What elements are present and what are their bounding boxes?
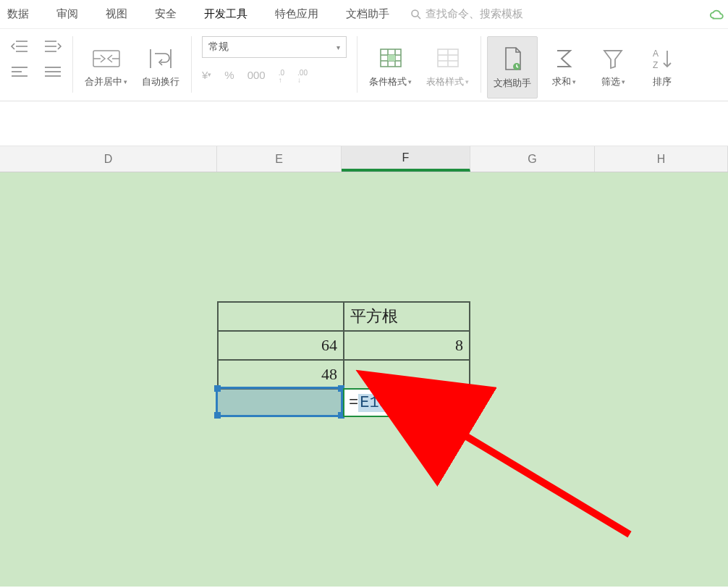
- filter-button[interactable]: 筛选▾: [590, 36, 636, 98]
- cell-e19[interactable]: 48: [218, 360, 344, 389]
- cell-f19-placeholder[interactable]: [344, 360, 470, 389]
- sigma-icon: [551, 46, 576, 71]
- ribbon-separator: [357, 36, 357, 93]
- align-left-icon[interactable]: [10, 65, 29, 78]
- formula-bar-area: [0, 101, 728, 146]
- svg-point-0: [412, 10, 418, 17]
- table-row: 平方根: [218, 302, 470, 331]
- formula-tail: ^0.5: [390, 394, 428, 412]
- sort-button[interactable]: AZ 排序: [639, 36, 685, 98]
- chevron-down-icon: ▾: [622, 78, 625, 85]
- ribbon-separator: [191, 36, 192, 93]
- chevron-down-icon: ▾: [124, 78, 127, 85]
- autosum-button[interactable]: 求和▾: [541, 36, 587, 98]
- chevron-down-icon: ▾: [408, 78, 412, 85]
- svg-marker-28: [604, 51, 622, 68]
- indent-group: [6, 36, 67, 101]
- tab-view[interactable]: 视图: [106, 7, 127, 21]
- svg-line-33: [449, 426, 630, 534]
- chevron-down-icon: ▾: [572, 78, 576, 85]
- table-style-icon: [433, 46, 462, 71]
- percent-format-icon[interactable]: %: [224, 69, 234, 81]
- svg-text:Z: Z: [653, 60, 658, 70]
- wrap-text-label: 自动换行: [142, 75, 179, 88]
- column-header-row: D E F G H: [0, 146, 728, 172]
- column-header-f[interactable]: F: [342, 146, 470, 172]
- number-format-select[interactable]: 常规 ▾: [202, 36, 347, 58]
- ribbon-separator: [481, 36, 481, 93]
- selection-handle[interactable]: [214, 412, 221, 419]
- chevron-down-icon: ▾: [337, 43, 340, 51]
- decrease-indent-icon[interactable]: [10, 39, 29, 54]
- column-header-h[interactable]: H: [595, 146, 728, 172]
- command-search[interactable]: 查找命令、搜索模板: [410, 7, 523, 21]
- increase-decimal-icon[interactable]: .0↑: [279, 65, 284, 84]
- table-row: 64 8: [218, 331, 470, 360]
- align-justify-icon[interactable]: [43, 65, 62, 78]
- doc-assistant-icon: [500, 45, 525, 72]
- doc-assistant-button[interactable]: 文档助手: [487, 36, 538, 98]
- cell-e18[interactable]: 64: [218, 331, 344, 360]
- increase-indent-icon[interactable]: [43, 39, 62, 54]
- tab-data[interactable]: 数据: [7, 7, 29, 21]
- search-placeholder: 查找命令、搜索模板: [426, 7, 523, 21]
- decrease-decimal-icon[interactable]: .00↓: [297, 65, 308, 84]
- search-icon: [410, 8, 423, 21]
- active-cell-editor[interactable]: =E19^0.5: [343, 388, 470, 417]
- ribbon-separator: [72, 36, 73, 93]
- number-format-value: 常规: [208, 41, 229, 54]
- sync-cloud-icon[interactable]: [709, 7, 725, 25]
- menu-tab-bar: 数据 审阅 视图 安全 开发工具 特色应用 文档助手 查找命令、搜索模板: [0, 0, 728, 29]
- tab-special[interactable]: 特色应用: [275, 7, 318, 21]
- column-header-d[interactable]: D: [0, 146, 217, 172]
- merge-center-button[interactable]: 合并居中▾: [79, 36, 133, 98]
- table-row: 48: [218, 360, 470, 389]
- cell-e17[interactable]: [218, 302, 344, 331]
- tab-doc-assistant[interactable]: 文档助手: [346, 7, 389, 21]
- spreadsheet-grid[interactable]: 平方根 64 8 48 =E19^0.5: [0, 172, 728, 587]
- column-header-e[interactable]: E: [217, 146, 342, 172]
- number-format-group: 常规 ▾ ¥▾ % 000 .0↑ .00↓: [198, 36, 351, 101]
- chevron-down-icon: ▾: [465, 78, 469, 85]
- table-style-label: 表格样式: [426, 75, 464, 88]
- fill-handle[interactable]: [466, 413, 473, 419]
- doc-assistant-label: 文档助手: [494, 77, 531, 90]
- filter-label: 筛选: [601, 75, 620, 88]
- wrap-text-button[interactable]: 自动换行: [136, 36, 185, 98]
- cell-f17[interactable]: 平方根: [344, 302, 470, 331]
- autosum-label: 求和: [552, 75, 571, 88]
- tab-developer[interactable]: 开发工具: [204, 7, 247, 21]
- conditional-format-label: 条件格式: [369, 75, 407, 88]
- comma-format-icon[interactable]: 000: [247, 69, 266, 81]
- column-header-g[interactable]: G: [470, 146, 595, 172]
- tab-safe[interactable]: 安全: [155, 7, 177, 21]
- formula-equals: =: [349, 394, 358, 412]
- svg-text:A: A: [653, 49, 659, 59]
- formula-reference-token: E19: [358, 394, 390, 412]
- merge-center-label: 合并居中: [85, 75, 122, 88]
- conditional-format-icon: [376, 46, 405, 71]
- table-style-button[interactable]: 表格样式▾: [420, 36, 475, 98]
- svg-line-1: [418, 16, 420, 19]
- wrap-text-icon: [146, 46, 175, 71]
- funnel-icon: [601, 46, 625, 71]
- conditional-format-button[interactable]: 条件格式▾: [363, 36, 418, 98]
- data-table: 平方根 64 8 48: [217, 301, 470, 390]
- currency-format-icon[interactable]: ¥▾: [202, 69, 211, 81]
- reference-selection: [216, 387, 343, 417]
- merge-center-icon: [90, 46, 122, 71]
- tab-review[interactable]: 审阅: [56, 7, 78, 21]
- sort-label: 排序: [653, 75, 672, 88]
- sort-icon: AZ: [651, 46, 673, 71]
- svg-rect-22: [388, 55, 395, 61]
- ribbon-toolbar: 合并居中▾ 自动换行 常规 ▾ ¥▾ % 000 .0↑ .00↓ 条件格式▾: [0, 29, 728, 101]
- cell-f18[interactable]: 8: [344, 331, 470, 360]
